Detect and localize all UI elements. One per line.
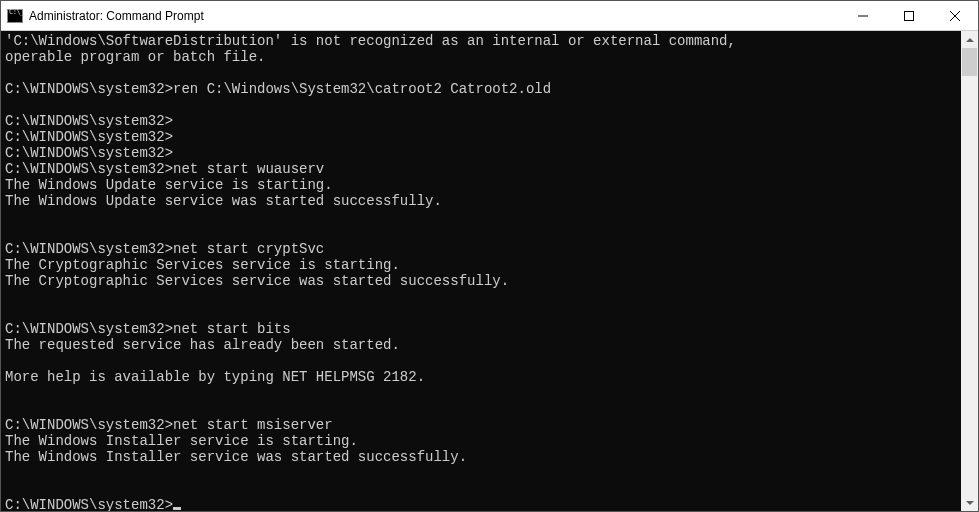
scroll-down-button[interactable] <box>961 494 978 511</box>
console-line <box>5 289 957 305</box>
console-line <box>5 209 957 225</box>
maximize-button[interactable] <box>886 1 932 30</box>
console-line <box>5 353 957 369</box>
console-line <box>5 385 957 401</box>
close-icon <box>950 11 960 21</box>
titlebar-left: Administrator: Command Prompt <box>1 9 204 23</box>
console-line: C:\WINDOWS\system32> <box>5 113 957 129</box>
minimize-button[interactable] <box>840 1 886 30</box>
chevron-down-icon <box>966 501 974 505</box>
console-line: C:\WINDOWS\system32> <box>5 145 957 161</box>
console-output[interactable]: 'C:\Windows\SoftwareDistribution' is not… <box>1 31 961 511</box>
console-line: operable program or batch file. <box>5 49 957 65</box>
console-line <box>5 481 957 497</box>
console-line <box>5 401 957 417</box>
console-line: C:\WINDOWS\system32> <box>5 129 957 145</box>
console-line: More help is available by typing NET HEL… <box>5 369 957 385</box>
console-line: The Cryptographic Services service was s… <box>5 273 957 289</box>
console-line <box>5 97 957 113</box>
console-line: The Windows Update service is starting. <box>5 177 957 193</box>
console-line: 'C:\Windows\SoftwareDistribution' is not… <box>5 33 957 49</box>
console-line: The Windows Update service was started s… <box>5 193 957 209</box>
window-controls <box>840 1 978 30</box>
console-line <box>5 305 957 321</box>
scroll-track[interactable] <box>961 48 978 494</box>
cursor <box>173 507 181 510</box>
console-line: C:\WINDOWS\system32>net start msiserver <box>5 417 957 433</box>
scroll-thumb[interactable] <box>962 48 977 76</box>
console-line <box>5 65 957 81</box>
console-line: The Windows Installer service is startin… <box>5 433 957 449</box>
console-line: C:\WINDOWS\system32>ren C:\Windows\Syste… <box>5 81 957 97</box>
console-line: C:\WINDOWS\system32>net start wuauserv <box>5 161 957 177</box>
console-line <box>5 225 957 241</box>
close-button[interactable] <box>932 1 978 30</box>
console-line <box>5 465 957 481</box>
console-line: C:\WINDOWS\system32>net start bits <box>5 321 957 337</box>
scroll-up-button[interactable] <box>961 31 978 48</box>
titlebar[interactable]: Administrator: Command Prompt <box>1 1 978 31</box>
svg-rect-1 <box>905 11 914 20</box>
vertical-scrollbar[interactable] <box>961 31 978 511</box>
console-line: The Cryptographic Services service is st… <box>5 257 957 273</box>
console-line: C:\WINDOWS\system32>net start cryptSvc <box>5 241 957 257</box>
chevron-up-icon <box>966 38 974 42</box>
console-area: 'C:\Windows\SoftwareDistribution' is not… <box>1 31 978 511</box>
console-line: The requested service has already been s… <box>5 337 957 353</box>
window-title: Administrator: Command Prompt <box>29 9 204 23</box>
cmd-icon <box>7 9 23 23</box>
maximize-icon <box>904 11 914 21</box>
console-line: The Windows Installer service was starte… <box>5 449 957 465</box>
svg-marker-5 <box>966 501 974 505</box>
console-line: C:\WINDOWS\system32> <box>5 497 957 511</box>
minimize-icon <box>858 11 868 21</box>
svg-marker-4 <box>966 38 974 42</box>
